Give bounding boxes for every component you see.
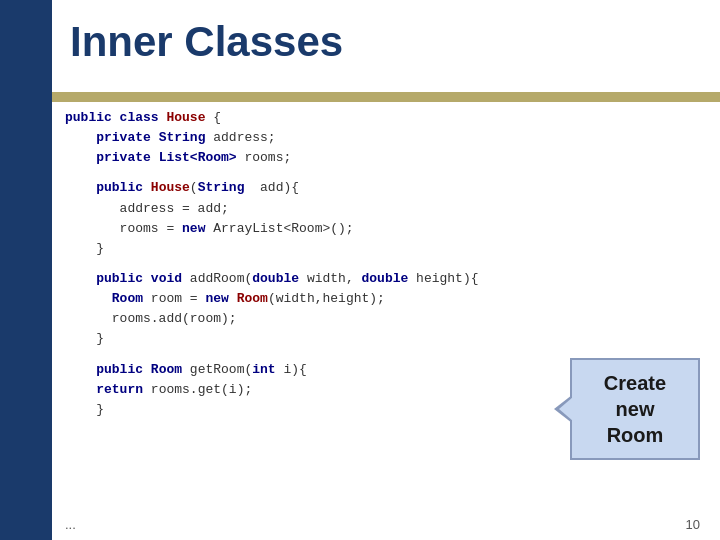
code-line-2: private String address; [65, 128, 700, 148]
code-line-3: private List<Room> rooms; [65, 148, 700, 168]
code-line-6: address = add; [65, 199, 700, 219]
type: Room [112, 291, 143, 306]
slide-title: Inner Classes [70, 18, 700, 66]
keyword: public [96, 271, 151, 286]
keyword: private [96, 130, 158, 145]
keyword: private [96, 150, 158, 165]
type: int [252, 362, 275, 377]
left-sidebar-bar [0, 0, 52, 540]
callout-line1: Create new [604, 372, 666, 420]
type: Room [151, 362, 182, 377]
slide: Inner Classes public class House { priva… [0, 0, 720, 540]
blank-line-2 [65, 259, 700, 269]
code-line-1: public class House { [65, 108, 700, 128]
type: List<Room> [159, 150, 237, 165]
bottom-ellipsis: ... [65, 517, 76, 532]
code-text: { [205, 110, 221, 125]
keyword: return [96, 382, 143, 397]
keyword: public [65, 110, 120, 125]
page-number: 10 [686, 517, 700, 532]
code-text: ( [190, 180, 198, 195]
classname: Room [237, 291, 268, 306]
top-accent-stripe [52, 92, 720, 102]
type: double [362, 271, 409, 286]
callout-bubble: Create new Room [570, 358, 700, 460]
code-line-7: rooms = new ArrayList<Room>(); [65, 219, 700, 239]
type: String [198, 180, 245, 195]
code-line-11: Room room = new Room(width,height); [65, 289, 700, 309]
type: void [151, 271, 182, 286]
code-text: rooms; [237, 150, 292, 165]
code-line-8: } [65, 239, 700, 259]
code-line-5: public House(String add){ [65, 178, 700, 198]
keyword: new [182, 221, 205, 236]
classname: House [151, 180, 190, 195]
type: String [159, 130, 206, 145]
keyword: class [120, 110, 167, 125]
classname: House [166, 110, 205, 125]
keyword: new [205, 291, 228, 306]
type: double [252, 271, 299, 286]
title-area: Inner Classes [70, 18, 700, 66]
callout-line2: Room [607, 424, 664, 446]
keyword: public [96, 180, 151, 195]
code-line-12: rooms.add(room); [65, 309, 700, 329]
code-text: add){ [244, 180, 299, 195]
code-line-13: } [65, 329, 700, 349]
code-line-10: public void addRoom(double width, double… [65, 269, 700, 289]
code-text: address; [205, 130, 275, 145]
blank-line [65, 168, 700, 178]
keyword: public [96, 362, 151, 377]
